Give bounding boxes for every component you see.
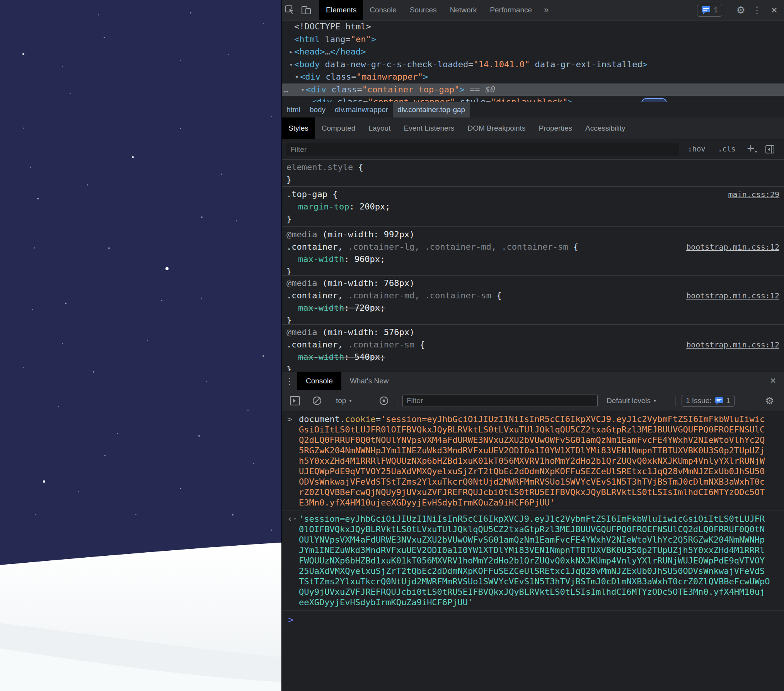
expand-arrow-icon[interactable]: ▾ (294, 71, 300, 83)
dom-token: class (337, 97, 363, 102)
tab-sources[interactable]: Sources (403, 0, 443, 20)
close-brace-line: } (286, 363, 779, 371)
console-message-line: document.cookie='session=eyJhbGciOiJIUzI… (299, 414, 784, 424)
star (43, 480, 45, 483)
toolbar-divider (723, 0, 728, 20)
expand-arrow-icon[interactable]: ▾ (288, 58, 294, 71)
toggle-hover-state-button[interactable]: :hov (688, 145, 706, 153)
property-text: max-width: 960px; (298, 254, 385, 264)
tab-properties[interactable]: Properties (532, 117, 579, 139)
tab-dom-breakpoints[interactable]: DOM Breakpoints (461, 117, 532, 139)
toggle-sidebar-icon[interactable] (765, 145, 775, 155)
kebab-menu-icon[interactable]: ⋮ (752, 0, 762, 20)
dom-token: <head> (294, 47, 325, 56)
dom-token: lang (325, 34, 345, 44)
dom-token: = (357, 85, 362, 94)
toolbar-divider (327, 390, 332, 411)
dom-token: </head> (330, 47, 366, 56)
dom-tree-row[interactable]: <div class="content-wrapper" style="disp… (282, 96, 784, 102)
stylesheet-link[interactable]: main.css:29 (728, 188, 779, 201)
log-levels-dropdown[interactable]: Default levels▾ (607, 390, 656, 411)
issues-badge[interactable]: 1 (697, 0, 722, 20)
property-text: margin-top: 200px; (298, 202, 390, 211)
dom-tree-row[interactable]: …▾<div class="container top-gap"> == $0 (282, 83, 784, 96)
prompt-chevron: > (288, 614, 293, 625)
media-keyword: @media (286, 230, 322, 239)
tab-elements[interactable]: Elements (319, 0, 363, 20)
crumb-html[interactable]: html (282, 102, 305, 117)
stylesheet-link[interactable]: bootstrap.min.css:12 (686, 289, 779, 302)
crumb-body[interactable]: body (305, 102, 330, 117)
clear-console-icon[interactable] (312, 390, 322, 411)
close-brace: } (286, 175, 291, 184)
tab-styles[interactable]: Styles (282, 117, 315, 139)
drawer-tab-console[interactable]: Console (297, 372, 341, 390)
console-settings-gear-icon[interactable]: ⚙ (765, 390, 774, 411)
inspect-element-icon[interactable] (282, 0, 298, 20)
media-condition: (min-width: 992px) (322, 230, 414, 239)
star (35, 514, 36, 515)
console-filter-input[interactable] (402, 395, 598, 407)
star (132, 156, 134, 158)
console-text-segment: = (376, 414, 381, 424)
console-message-line: GsiOiItLS0tLUJFR0lOIFBVQkxJQyBLRVktLS0tL… (299, 424, 784, 435)
star (93, 371, 94, 373)
stylesheet-link[interactable]: bootstrap.min.css:12 (686, 339, 779, 351)
live-expression-eye-icon[interactable] (378, 390, 389, 411)
tab-event-listeners[interactable]: Event Listeners (397, 117, 461, 139)
dom-token: <div (306, 85, 326, 94)
selector-token: .container-md, .container-sm (343, 291, 491, 300)
css-property[interactable]: max-width: 960px; (286, 253, 779, 266)
crumb-div-mainwrapper[interactable]: div.mainwrapper (330, 102, 393, 117)
tab-console[interactable]: Console (363, 0, 403, 20)
dom-tree-row[interactable]: ▸<head>…</head> (282, 46, 784, 58)
console-sidebar-icon[interactable] (290, 390, 300, 411)
dom-tree-row[interactable]: ▾<body data-new-gr-c-s-check-loaded="14.… (282, 58, 784, 71)
issue-count: 1 (726, 397, 731, 405)
console-message-line: 5RGZwK204NmNWNHpJYm1INEZuWkd3MndRVFxuUEV… (299, 445, 784, 456)
drawer-kebab-menu-icon[interactable]: ⋮ (282, 372, 297, 390)
close-drawer-icon[interactable]: ✕ (770, 376, 776, 385)
selector-line[interactable]: element.style { (286, 161, 779, 174)
css-property[interactable]: max-width: 540px; (286, 351, 779, 363)
console-prompt[interactable]: > (282, 611, 784, 625)
star (78, 491, 79, 492)
close-brace-line: } (286, 314, 779, 325)
device-toolbar-icon[interactable] (298, 0, 314, 20)
dom-tree-row[interactable]: ▾<div class="mainwrapper"> (282, 71, 784, 83)
tab-computed[interactable]: Computed (315, 117, 362, 139)
more-tabs-icon[interactable]: » (544, 5, 549, 15)
tab-layout[interactable]: Layout (362, 117, 397, 139)
expand-arrow-icon[interactable]: ▸ (288, 46, 294, 58)
css-property[interactable]: max-width: 720px; (286, 302, 779, 314)
console-text-segment: UJEQWpPdE9qVTVOY25UaXdVMXQyelxuSjZrT2tQb… (299, 466, 765, 476)
close-devtools-icon[interactable]: ✕ (771, 0, 778, 20)
console-issues-badge[interactable]: 1 Issue: 1 (682, 390, 735, 411)
tab-network[interactable]: Network (443, 0, 484, 20)
selector-line[interactable]: .top-gap { (286, 188, 779, 201)
star (161, 300, 162, 301)
property-text: max-width: 540px; (298, 352, 385, 362)
console-text-segment: 'session=eyJhbGciOiJIUzI1NiIsInR5cCI6Ikp… (299, 514, 765, 524)
settings-gear-icon[interactable]: ⚙ (736, 0, 745, 20)
drawer-tab-what-s-new[interactable]: What's New (341, 372, 397, 390)
css-property[interactable]: margin-top: 200px; (286, 201, 779, 213)
styles-filter-input[interactable] (286, 143, 679, 156)
open-brace: { (491, 291, 502, 300)
dom-tree-row[interactable]: <html lang="en"> (282, 33, 784, 46)
selector-token: .container-lg, .container-md, .container… (343, 242, 568, 252)
stylesheet-link[interactable]: bootstrap.min.css:12 (686, 241, 779, 253)
close-brace-line: } (286, 174, 779, 186)
expand-arrow-icon[interactable]: ▾ (300, 83, 306, 96)
dom-tree-row[interactable]: <!DOCTYPE html> (282, 20, 784, 33)
console-drawer: ⋮ ConsoleWhat's New ✕ (282, 371, 784, 691)
toggle-classes-button[interactable]: .cls (718, 145, 736, 153)
console-message-result: ‹·'session=eyJhbGciOiJIUzI1NiIsInR5cCI6I… (282, 511, 784, 611)
tab-accessibility[interactable]: Accessibility (579, 117, 632, 139)
crumb-div-container-top-gap[interactable]: div.container.top-gap (393, 102, 470, 117)
context-selector[interactable]: top▾ (336, 390, 351, 411)
selector-token: .container, (286, 291, 343, 300)
console-message-line: QUy9jUVxuZVFJREFRQUJcbi0tLS0tRU5EIFBVQkx… (299, 587, 784, 597)
tab-performance[interactable]: Performance (483, 0, 539, 20)
new-style-rule-button[interactable]: +▾ (747, 142, 757, 154)
